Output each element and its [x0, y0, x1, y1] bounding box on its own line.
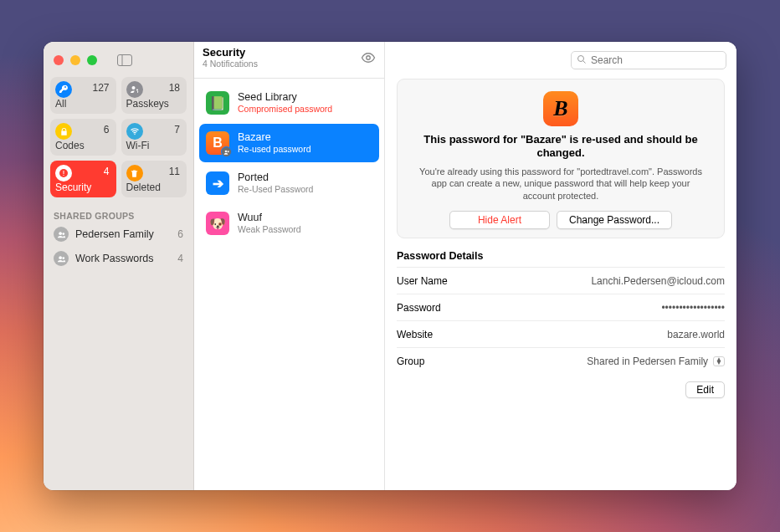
svg-point-12 — [367, 56, 371, 60]
detail-value-text: Shared in Pedersen Family — [587, 356, 708, 367]
alert-icon — [55, 165, 72, 182]
security-alert-card: B This password for "Bazare" is re-used … — [397, 79, 725, 238]
category-label: Passkeys — [126, 98, 169, 110]
site-icon: B — [543, 91, 578, 126]
edit-button[interactable]: Edit — [685, 381, 725, 398]
detail-row-password[interactable]: Password •••••••••••••••••• — [397, 294, 725, 321]
change-password-button[interactable]: Change Password... — [557, 211, 672, 229]
detail-value: •••••••••••••••••• — [661, 302, 725, 314]
svg-point-3 — [136, 90, 138, 91]
list-title: Security — [203, 47, 258, 59]
svg-point-8 — [59, 232, 62, 235]
svg-point-10 — [59, 256, 62, 259]
svg-rect-7 — [64, 175, 64, 176]
detail-value: Lanchi.Pedersen@icloud.com — [591, 275, 725, 287]
shared-group-pedersen[interactable]: Pedersen Family 6 — [50, 223, 187, 245]
list-item-subtitle: Weak Password — [238, 224, 301, 235]
item-list-column: Security 4 Notifications 📗Seed LibraryCo… — [194, 42, 385, 490]
shared-group-work[interactable]: Work Passwords 4 — [50, 248, 187, 269]
category-label: Codes — [55, 140, 85, 151]
reveal-passwords-icon[interactable] — [361, 50, 376, 69]
list-item[interactable]: BBazareRe-used password — [199, 124, 379, 162]
shared-group-label: Pedersen Family — [75, 228, 171, 240]
key-icon — [55, 81, 72, 98]
list-item-title: Wuuf — [238, 212, 301, 224]
svg-rect-0 — [118, 55, 132, 66]
app-window: 127 All 18 Passkeys 6 Codes 7 Wi-Fi 4 — [44, 42, 736, 490]
hide-alert-button[interactable]: Hide Alert — [449, 211, 550, 229]
item-list: 📗Seed LibraryCompromised passwordBBazare… — [194, 79, 384, 248]
site-icon: 🐶 — [206, 212, 229, 235]
svg-line-16 — [583, 60, 586, 63]
category-count: 127 — [92, 82, 109, 94]
detail-value: Shared in Pedersen Family ▲▼ — [587, 356, 725, 367]
list-item-title: Seed Library — [238, 91, 332, 104]
toggle-sidebar-icon[interactable] — [117, 54, 132, 66]
list-header: Security 4 Notifications — [194, 42, 384, 79]
category-count: 18 — [169, 82, 180, 94]
list-subtitle: 4 Notifications — [203, 59, 258, 69]
category-passkeys[interactable]: 18 Passkeys — [121, 77, 187, 114]
category-label: Security — [55, 182, 91, 193]
svg-point-2 — [131, 86, 135, 90]
shared-group-count: 6 — [177, 228, 183, 240]
category-grid: 127 All 18 Passkeys 6 Codes 7 Wi-Fi 4 — [50, 77, 187, 197]
detail-row-username[interactable]: User Name Lanchi.Pedersen@icloud.com — [397, 268, 725, 294]
search-icon — [577, 53, 587, 68]
detail-key: Group — [397, 356, 424, 367]
shared-badge-icon — [221, 146, 232, 157]
alert-body: You're already using this password for "… — [414, 166, 707, 203]
svg-point-15 — [578, 55, 584, 61]
alert-heading: This password for "Bazare" is re-used an… — [418, 133, 703, 161]
site-icon: ➔ — [206, 171, 229, 195]
wifi-icon — [126, 123, 143, 140]
category-count: 11 — [169, 166, 180, 177]
category-count: 7 — [174, 124, 180, 136]
detail-key: User Name — [397, 275, 448, 287]
detail-key: Website — [397, 329, 433, 340]
group-select-stepper-icon[interactable]: ▲▼ — [713, 356, 725, 366]
zoom-window-button[interactable] — [87, 55, 97, 65]
lock-icon — [55, 123, 72, 140]
shared-groups-header: SHARED GROUPS — [50, 211, 187, 221]
search-field[interactable] — [571, 51, 726, 69]
svg-point-4 — [134, 134, 135, 135]
detail-key: Password — [397, 302, 441, 314]
trash-icon — [126, 165, 143, 182]
detail-row-group[interactable]: Group Shared in Pedersen Family ▲▼ — [397, 348, 725, 375]
password-details-section: Password Details User Name Lanchi.Peders… — [397, 250, 725, 375]
category-security[interactable]: 4 Security — [50, 161, 116, 197]
toolbar — [385, 42, 736, 79]
detail-value: bazare.world — [667, 329, 725, 340]
category-wifi[interactable]: 7 Wi-Fi — [121, 119, 187, 156]
category-count: 6 — [104, 124, 110, 136]
list-item-subtitle: Re-Used Password — [238, 184, 313, 195]
site-icon: B — [206, 131, 229, 155]
site-icon: 📗 — [206, 91, 229, 115]
list-item[interactable]: 🐶WuufWeak Password — [199, 204, 379, 243]
search-input[interactable] — [591, 54, 721, 66]
category-codes[interactable]: 6 Codes — [50, 119, 116, 156]
list-item[interactable]: ➔PortedRe-Used Password — [199, 164, 379, 202]
svg-rect-6 — [64, 171, 64, 174]
category-label: All — [55, 98, 66, 110]
category-all[interactable]: 127 All — [50, 77, 116, 114]
detail-row-website[interactable]: Website bazare.world — [397, 321, 725, 348]
list-item-title: Ported — [238, 171, 313, 184]
minimize-window-button[interactable] — [70, 55, 80, 65]
window-controls — [50, 49, 187, 72]
category-deleted[interactable]: 11 Deleted — [121, 161, 187, 197]
svg-point-14 — [227, 151, 228, 152]
sidebar: 127 All 18 Passkeys 6 Codes 7 Wi-Fi 4 — [44, 42, 194, 490]
list-item[interactable]: 📗Seed LibraryCompromised password — [199, 84, 379, 122]
category-label: Wi-Fi — [126, 140, 150, 151]
svg-point-11 — [62, 257, 64, 259]
details-section-title: Password Details — [397, 250, 725, 262]
group-icon — [54, 227, 69, 242]
group-icon — [54, 251, 69, 266]
list-item-subtitle: Compromised password — [238, 104, 332, 115]
list-item-subtitle: Re-used password — [238, 144, 311, 155]
shared-group-count: 4 — [177, 253, 183, 264]
svg-point-9 — [62, 233, 64, 235]
close-window-button[interactable] — [54, 55, 64, 65]
